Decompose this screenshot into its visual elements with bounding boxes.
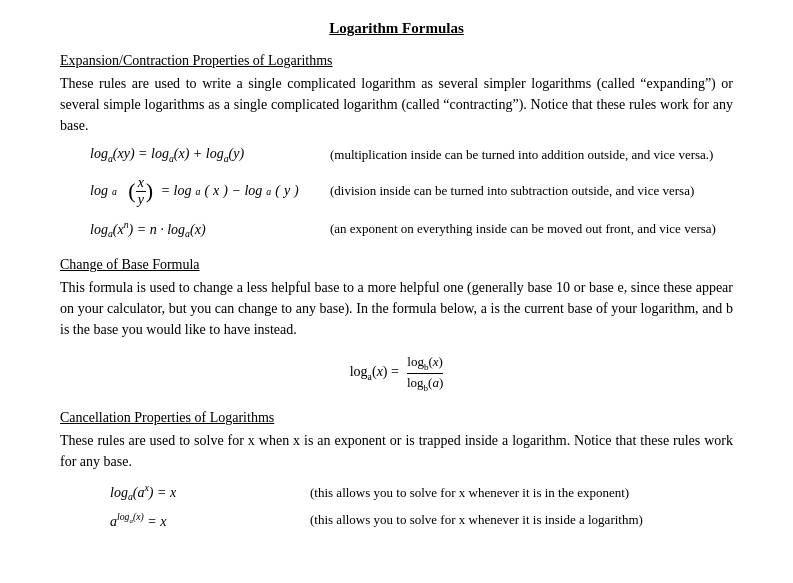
cancel-row-2: aloga(x) = x (this allows you to solve f… bbox=[110, 511, 733, 530]
cancel-math-2: aloga(x) = x bbox=[110, 511, 280, 530]
cancel-desc-2: (this allows you to solve for x whenever… bbox=[310, 512, 643, 528]
page-title: Logarithm Formulas bbox=[60, 20, 733, 37]
expansion-section: Expansion/Contraction Properties of Loga… bbox=[60, 53, 733, 239]
change-base-fraction: logb(x) logb(a) bbox=[407, 354, 443, 392]
cancellation-formulas: loga(ax) = x (this allows you to solve f… bbox=[110, 482, 733, 529]
change-base-title: Change of Base Formula bbox=[60, 257, 733, 273]
formula-row-2: loga ( x y ) = loga(x) − loga(y) (divisi… bbox=[90, 176, 733, 207]
formula-2-desc: (division inside can be turned into subt… bbox=[330, 183, 694, 199]
change-base-lhs: loga(x) = bbox=[350, 364, 399, 382]
change-base-description: This formula is used to change a less he… bbox=[60, 277, 733, 340]
expansion-formulas: loga(xy) = loga(x) + loga(y) (multiplica… bbox=[90, 146, 733, 239]
formula-1-math: loga(xy) = loga(x) + loga(y) bbox=[90, 146, 310, 164]
formula-row-3: loga(xn) = n · loga(x) (an exponent on e… bbox=[90, 219, 733, 239]
formula-3-math: loga(xn) = n · loga(x) bbox=[90, 219, 310, 239]
cancellation-title: Cancellation Properties of Logarithms bbox=[60, 410, 733, 426]
change-base-section: Change of Base Formula This formula is u… bbox=[60, 257, 733, 392]
formula-1-desc: (multiplication inside can be turned int… bbox=[330, 147, 713, 163]
expansion-title: Expansion/Contraction Properties of Loga… bbox=[60, 53, 733, 69]
formula-row-1: loga(xy) = loga(x) + loga(y) (multiplica… bbox=[90, 146, 733, 164]
formula-3-desc: (an exponent on everything inside can be… bbox=[330, 221, 716, 237]
formula-2-math: loga ( x y ) = loga(x) − loga(y) bbox=[90, 176, 310, 207]
change-base-formula: loga(x) = logb(x) logb(a) bbox=[60, 354, 733, 392]
cancel-math-1: loga(ax) = x bbox=[110, 482, 280, 502]
cancellation-section: Cancellation Properties of Logarithms Th… bbox=[60, 410, 733, 529]
expansion-description: These rules are used to write a single c… bbox=[60, 73, 733, 136]
cancel-row-1: loga(ax) = x (this allows you to solve f… bbox=[110, 482, 733, 502]
cancellation-description: These rules are used to solve for x when… bbox=[60, 430, 733, 472]
cancel-desc-1: (this allows you to solve for x whenever… bbox=[310, 485, 629, 501]
